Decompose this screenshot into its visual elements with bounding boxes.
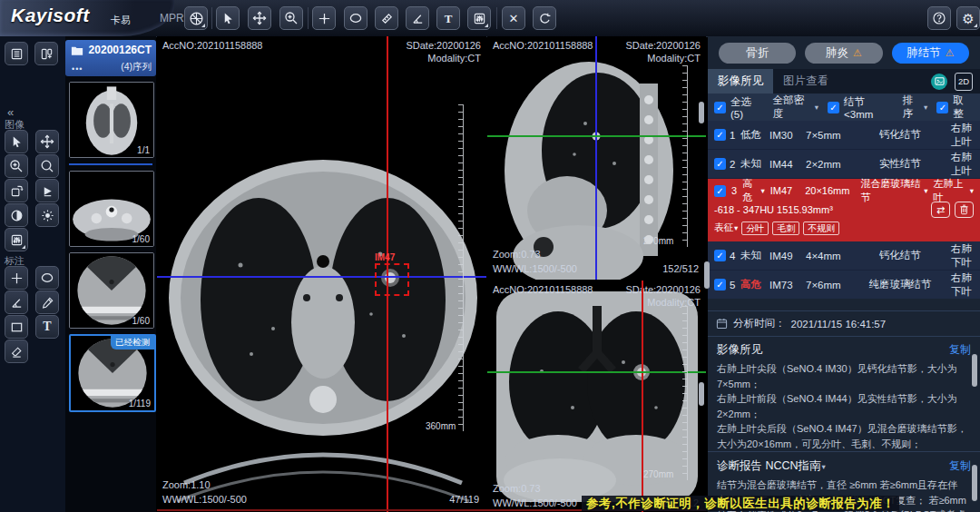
small-nodule-checkbox[interactable]: ✓ [828,102,839,113]
series-list-toggle-button[interactable] [5,42,28,65]
type-dropdown[interactable]: 混合磨玻璃结节▾ [860,177,927,204]
rail-rotate-crop-button[interactable] [5,179,28,202]
thumbnail-axial-neck[interactable]: 1/60 [69,171,154,247]
chevron-down-icon: ▾ [822,462,826,471]
measure-tool-button[interactable] [375,6,398,30]
window-level-button[interactable] [467,6,491,30]
rail-pan-button[interactable] [35,130,59,153]
crosshair-coronal-line[interactable] [157,276,486,278]
findings-scrollbar[interactable] [972,354,977,387]
coronal-ruler [682,306,688,480]
analysis-time-row: 分析时间： 2021/11/15 16:41:57 [708,310,980,337]
angle-tool-button[interactable] [406,6,429,30]
thumbnail-lung-series[interactable]: 1/60 [69,252,154,329]
feature-tag[interactable]: 不规则 [803,222,839,235]
nodule-type: 实性结节 [858,157,942,171]
feature-tag[interactable]: 毛刺 [772,222,799,235]
select-all-checkbox[interactable]: ✓ [714,102,726,113]
findings-title: 影像所见 [717,342,762,358]
swap-icon: ⇄ [936,204,945,216]
delete-annotation-button[interactable]: ✕ [502,6,525,30]
zoom-in-icon [9,159,24,173]
thumbnail-detected-series[interactable]: 已经检测 1/119 [69,334,156,412]
density-dropdown[interactable]: 全部密度▾ [773,94,819,121]
sort-dropdown[interactable]: 排序▾ [902,94,927,121]
mpr-layout-button[interactable] [184,6,208,30]
2d-view-button[interactable]: 2D [955,73,973,91]
series-header[interactable]: 20200126CT ••• (4)序列 [65,40,156,76]
delete-nodule-button[interactable] [955,202,974,218]
coronal-scrollbar[interactable] [699,382,704,406]
zoom-in-tool-button[interactable] [279,6,303,30]
lobe-dropdown[interactable]: 左肺上叶▾ [934,177,974,204]
report-guideline-dropdown[interactable]: 诊断报告 NCCN指南▾ [717,458,826,474]
series-title: 20200126CT [89,44,152,56]
thumbnail-scout[interactable]: 1/1 [69,82,154,158]
rail-brightness-button[interactable] [35,203,59,227]
crosshair-sagittal-line[interactable] [595,36,597,280]
pointer-tool-button[interactable] [216,6,240,30]
rail-magnify-button[interactable] [35,154,59,178]
rail-eraser-button[interactable] [5,340,28,363]
report-scrollbar[interactable] [972,465,977,501]
tab-findings[interactable]: 影像所见 [708,69,773,94]
ellipse-tool-button[interactable] [344,6,368,30]
risk-dropdown[interactable]: 高危▾ [742,177,765,204]
round-checkbox[interactable]: ✓ [936,102,948,113]
feature-tag[interactable]: 分叶 [741,222,769,235]
mode-pneumonia-button[interactable]: 肺炎 ⚠ [805,43,882,64]
row-checkbox[interactable]: ✓ [714,250,726,261]
row-checkbox[interactable]: ✓ [714,129,726,141]
feature-dropdown[interactable]: 表征▾ [714,222,738,234]
rail-crosshair-button[interactable] [5,266,28,290]
rail-rectangle-button[interactable] [5,315,28,339]
collapse-rail-control[interactable]: « [7,105,14,119]
copy-report-link[interactable]: 复制 [949,458,971,474]
crosshair-tool-button[interactable] [312,6,336,30]
rail-pointer-button[interactable] [5,130,28,153]
mode-fracture-button[interactable]: 骨折 [719,43,796,64]
viewport-sagittal[interactable]: AccNO:202101158888 SDate:20200126 Modali… [487,36,706,280]
nodule-row-5[interactable]: ✓ 5 高危 IM73 7×6mm 纯磨玻璃结节 右肺下叶 [708,271,980,299]
row-checkbox[interactable]: ✓ [714,185,726,197]
nodule-row-1[interactable]: ✓ 1 低危 IM30 7×5mm 钙化结节 右肺上叶 [708,121,980,150]
panel-left-scrollbar[interactable] [704,261,710,289]
angle-icon [411,12,425,25]
tab-image-view[interactable]: 图片查看 [773,69,838,94]
rail-angle-button[interactable] [5,290,28,314]
settings-button[interactable]: ⚙ [956,6,980,30]
crosshair-axial-line[interactable] [487,135,706,137]
series-more-control[interactable]: ••• [72,64,83,74]
relocate-button[interactable]: ⇄ [931,202,950,218]
rail-zoom-in-button[interactable] [5,154,28,178]
series-count: (4)序列 [121,61,152,74]
crosshair-axial-line[interactable] [487,371,706,373]
rail-contrast-button[interactable] [5,203,28,227]
report-image-button[interactable] [931,74,947,90]
copy-findings-link[interactable]: 复制 [949,342,971,358]
rail-pencil-button[interactable] [35,290,59,314]
pan-tool-button[interactable] [248,6,271,30]
sagittal-scrollbar[interactable] [699,102,704,123]
row-checkbox[interactable]: ✓ [714,158,726,170]
nodule-roi-box[interactable] [375,263,409,296]
nodule-roi-label: IM47 [375,252,395,262]
row-checkbox[interactable]: ✓ [714,279,726,290]
nodule-row-2[interactable]: ✓ 2 未知 IM44 2×2mm 实性结节 右肺上叶 [708,150,980,179]
viewport-axial[interactable]: AccNO:202101158888 SDate:20200126 Modali… [157,36,486,512]
rail-levels-button[interactable] [5,228,28,251]
nodule-lobe: 右肺下叶 [942,242,980,270]
viewport-coronal[interactable]: AccNO:202101158888 SDate:20200126 Modali… [487,281,706,512]
rail-ellipse-button[interactable] [35,266,59,290]
analysis-time-value: 2021/11/15 16:41:57 [791,319,887,330]
rail-cine-play-button[interactable] [35,179,59,202]
chevron-down-icon: ▾ [734,223,738,232]
reset-button[interactable] [533,6,556,30]
rail-text-button[interactable]: T [35,315,59,339]
mode-nodule-button[interactable]: 肺结节 ⚠ [892,43,969,64]
nodule-row-4[interactable]: ✓ 4 未知 IM49 4×4mm 钙化结节 右肺下叶 [708,241,980,271]
nodule-row-3-selected[interactable]: ✓ 3 高危▾ IM47 20×16mm 混合磨玻璃结节▾ 左肺上叶▾ -618… [708,179,980,241]
text-tool-button[interactable]: T [436,6,460,30]
help-button[interactable] [927,6,951,30]
layout-toggle-button[interactable] [34,42,58,65]
